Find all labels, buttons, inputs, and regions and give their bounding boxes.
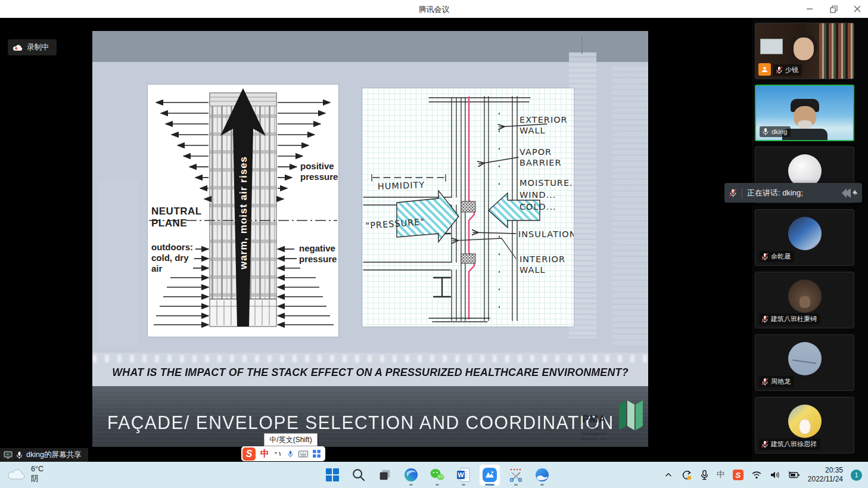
stack-effect-diagram: warm, moist air rises	[148, 85, 338, 337]
window-title: 腾讯会议	[0, 4, 868, 15]
sync-status-icon[interactable]	[681, 470, 692, 481]
search-icon	[351, 468, 366, 482]
participant-name: 建筑八班杜秉锜	[771, 315, 817, 324]
tray-mic-icon[interactable]	[700, 470, 709, 480]
participant-tile[interactable]: 建筑八班徐思祥	[755, 397, 854, 453]
vapor-barrier-label: VAPOR	[519, 147, 552, 157]
wechat-icon	[430, 467, 445, 483]
speaking-banner-text: 正在讲话: dking;	[747, 188, 837, 198]
recording-badge[interactable]: 录制中	[8, 39, 57, 55]
taskbar-app-edge[interactable]	[402, 463, 421, 487]
taskbar-app-wechat[interactable]	[428, 463, 447, 487]
wifi-icon[interactable]	[751, 470, 762, 480]
svg-text:PLANE: PLANE	[151, 217, 187, 229]
ime-punctuation-icon[interactable]	[274, 450, 282, 458]
ime-toolbox-icon[interactable]	[313, 450, 321, 458]
exterior-wall-label: EXTERIOR	[519, 115, 568, 125]
screen-share-icon	[4, 451, 13, 459]
ime-mode-toggle[interactable]: 中	[260, 448, 269, 459]
share-mic-icon	[16, 451, 23, 459]
slide-footer-title: FAÇADE/ ENVELOPE SELECTION AND COORDINAT…	[107, 412, 614, 434]
participant-name: 周艳龙	[771, 377, 791, 386]
mic-muted-icon	[761, 440, 769, 449]
participant-tile-speaking[interactable]: dking	[755, 85, 854, 141]
outward-arrows-right	[278, 102, 330, 199]
taskbar: 6°C 阴	[0, 462, 868, 488]
svg-text:cold, dry: cold, dry	[151, 253, 189, 263]
snip-tool-icon	[508, 467, 524, 483]
pma-logo: PMA Project Management Advisors, Inc.	[574, 399, 645, 442]
screen: 腾讯会议 录制中	[0, 0, 868, 488]
close-button[interactable]	[853, 4, 862, 14]
mic-muted-icon	[761, 378, 769, 386]
taskbar-app-word[interactable]: W	[454, 463, 473, 487]
taskbar-app-browser[interactable]	[533, 463, 552, 487]
start-button[interactable]	[323, 463, 342, 487]
ime-tooltip: 中/英文(Shift)	[264, 433, 318, 446]
mic-on-icon	[762, 128, 769, 136]
host-badge-icon	[758, 63, 771, 76]
tencent-meeting-icon	[482, 467, 497, 483]
tray-time: 20:35	[808, 466, 843, 475]
neutral-plane-label: NEUTRAL	[151, 206, 202, 217]
svg-text:W: W	[458, 471, 464, 478]
avatar	[788, 342, 822, 375]
tray-expand-icon[interactable]	[664, 470, 673, 480]
svg-text:air: air	[151, 263, 163, 273]
svg-text:pressure: pressure	[299, 254, 337, 264]
search-button[interactable]	[349, 463, 368, 487]
edge-browser-icon	[403, 467, 419, 483]
interior-wall-label: INTERIOR	[519, 254, 565, 264]
participant-tile[interactable]: 建筑八班杜秉锜	[755, 272, 854, 328]
recording-label: 录制中	[27, 42, 49, 52]
participant-name: 少锐	[785, 66, 798, 74]
svg-text:COLD...: COLD...	[519, 202, 556, 212]
positive-pressure-label: positive	[300, 161, 334, 171]
cloud-recording-icon	[13, 44, 23, 51]
outdoors-label: outdoors:	[151, 242, 193, 252]
pma-cubes-icon	[618, 399, 645, 430]
screen-share-stage: 录制中	[0, 18, 752, 462]
tray-clock[interactable]: 20:35 2022/11/24	[808, 466, 843, 484]
task-view-button[interactable]	[375, 463, 394, 487]
qq-browser-icon	[534, 467, 550, 483]
ime-toolbar: S 中	[241, 446, 325, 461]
participant-sidebar: 少锐 dking	[752, 18, 868, 462]
outward-arrows-left	[156, 102, 209, 199]
rising-air-label: warm, moist air rises	[238, 156, 249, 270]
cloudy-weather-icon	[7, 467, 26, 480]
svg-text:WIND...: WIND...	[519, 190, 556, 200]
negative-pressure-label: negative	[299, 243, 335, 253]
wall-section-sketch: EXTERIOR WALL VAPOR BARRIER MOISTURE... …	[362, 88, 574, 327]
ime-mic-icon[interactable]	[287, 450, 294, 458]
windows-logo-icon	[325, 467, 340, 483]
mic-muted-icon	[776, 66, 783, 74]
volume-icon[interactable]	[770, 470, 780, 480]
restore-button[interactable]	[829, 4, 838, 14]
weather-widget[interactable]: 6°C 阴	[7, 464, 43, 483]
reaction-arrows-icon[interactable]	[842, 188, 857, 198]
participant-tile[interactable]: 余乾晟	[755, 209, 854, 266]
avatar	[788, 217, 822, 250]
taskbar-app-snip[interactable]	[506, 463, 525, 487]
ime-keyboard-icon[interactable]	[298, 450, 308, 458]
minimize-button[interactable]	[805, 4, 814, 14]
participant-tile[interactable]: 周艳龙	[755, 334, 854, 391]
sogou-logo-icon[interactable]: S	[242, 447, 256, 461]
participant-tile[interactable]: 少锐	[755, 23, 854, 79]
taskbar-app-meeting-active[interactable]	[480, 463, 499, 487]
tray-sogou-icon[interactable]: S	[733, 470, 743, 480]
slide-top-band	[92, 31, 648, 62]
shared-slide: warm, moist air rises	[92, 31, 648, 447]
speaking-banner: 正在讲话: dking;	[724, 183, 862, 203]
tray-ime-indicator[interactable]: 中	[717, 470, 725, 480]
participant-name: 余乾晟	[771, 252, 791, 261]
battery-charging-icon[interactable]	[788, 470, 800, 480]
word-icon: W	[456, 467, 471, 483]
participant-name: 建筑八班徐思祥	[771, 440, 817, 449]
svg-text:BARRIER: BARRIER	[519, 158, 562, 167]
svg-text:pressure: pressure	[300, 172, 338, 182]
participant-name: dking	[771, 128, 787, 135]
notification-count-badge[interactable]: 1	[851, 470, 862, 481]
mic-muted-icon	[729, 188, 737, 198]
